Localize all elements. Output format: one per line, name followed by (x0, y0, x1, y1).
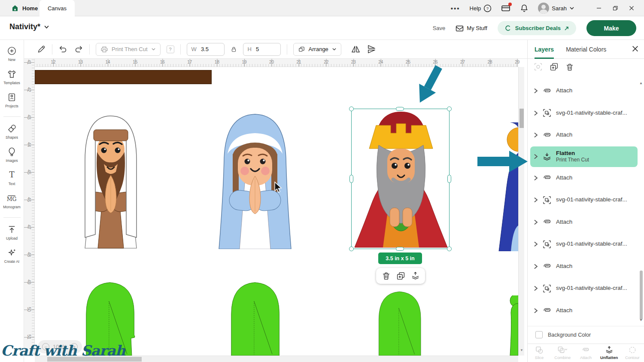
sidebar-item-monogram[interactable]: MG Monogram (3, 193, 21, 209)
figure-joseph[interactable] (76, 111, 145, 249)
tab-layers[interactable]: Layers (535, 40, 554, 59)
layer-row-group[interactable]: svg-01-nativity-stable-craf... (528, 233, 640, 256)
panel-scrollbar-thumb[interactable] (640, 271, 643, 320)
scroll-down-icon[interactable]: ▼ (520, 348, 523, 352)
layer-row-attach[interactable]: Attach (528, 256, 640, 278)
user-menu[interactable]: Sarah (538, 3, 574, 14)
layer-row-group[interactable]: svg-01-nativity-stable-craf... (528, 277, 640, 300)
layer-row-attach[interactable]: Attach (528, 80, 640, 102)
subscription-button[interactable] (501, 4, 510, 12)
chevron-right-icon[interactable] (534, 264, 538, 269)
project-name-menu[interactable]: Nativity* (9, 22, 49, 31)
selection-handle[interactable] (349, 246, 354, 251)
selection-bounding-box[interactable] (351, 109, 450, 249)
sidebar-item-projects[interactable]: Projects (5, 92, 18, 108)
layer-row-attach[interactable]: Attach (528, 300, 640, 322)
restore-button[interactable] (607, 0, 623, 16)
layer-row-attach[interactable]: Attach (528, 211, 640, 234)
scroll-down-icon[interactable]: ▼ (639, 318, 643, 322)
sidebar-item-text[interactable]: T Text (7, 170, 17, 186)
vertical-scrollbar[interactable]: ▼ (518, 67, 524, 356)
delete-button[interactable] (382, 271, 391, 280)
design-canvas[interactable]: 3.5 in x 5 in − 100% + (35, 67, 518, 356)
sidebar-item-create-ai[interactable]: Create AI (4, 248, 19, 264)
unflatten-button[interactable] (411, 271, 420, 280)
make-button[interactable]: Make (586, 20, 636, 36)
sidebar-item-upload[interactable]: Upload (6, 225, 18, 240)
undo-button[interactable] (58, 45, 68, 54)
layer-row-flatten[interactable]: FlattenPrint Then Cut (530, 146, 638, 167)
layer-row-group[interactable]: svg-01-nativity-stable-craf... (528, 189, 640, 211)
slice-icon (535, 346, 544, 354)
selection-handle[interactable] (349, 175, 353, 183)
layer-row-attach[interactable]: Attach (528, 124, 640, 146)
selection-handle[interactable] (447, 175, 451, 183)
tab-material-colors[interactable]: Material Colors (566, 40, 606, 59)
attach-button[interactable]: Attach (574, 346, 597, 360)
chevron-right-icon[interactable] (534, 110, 538, 116)
redo-button[interactable] (74, 45, 83, 54)
sidebar-item-new[interactable]: New (7, 46, 17, 62)
combine-button[interactable]: Combine (551, 346, 574, 360)
slice-button[interactable]: Slice (528, 346, 550, 360)
help-button[interactable]: Help ? (470, 4, 492, 12)
layer-row-attach[interactable]: Attach (528, 167, 640, 189)
figure-partial-blue-king[interactable] (498, 122, 518, 251)
chevron-right-icon[interactable] (534, 308, 538, 313)
selection-handle[interactable] (349, 106, 354, 111)
minimize-button[interactable] (591, 0, 607, 16)
tab-canvas[interactable]: Canvas (39, 0, 75, 17)
my-stuff-button[interactable]: My Stuff (456, 25, 487, 32)
flip-vertical-button[interactable] (367, 44, 377, 54)
chevron-right-icon[interactable] (534, 241, 538, 247)
duplicate-button[interactable] (396, 271, 405, 280)
more-menu-icon[interactable]: ••• (451, 5, 460, 12)
ruler-number: 49 (27, 279, 31, 286)
tab-home-label: Home (22, 5, 38, 12)
save-button[interactable]: Save (433, 25, 446, 31)
selection-handle[interactable] (396, 247, 404, 251)
panel-close-button[interactable] (632, 45, 639, 52)
vertical-scrollbar-thumb[interactable] (519, 109, 524, 128)
operation-help-badge[interactable]: ? (167, 46, 174, 53)
scroll-up-icon[interactable]: ▲ (639, 81, 643, 85)
sidebar-item-shapes[interactable]: Shapes (6, 124, 18, 140)
panel-scrollbar[interactable] (640, 81, 643, 323)
close-button[interactable] (623, 0, 640, 16)
flip-horizontal-button[interactable] (351, 44, 361, 54)
green-backing-shape-partial[interactable] (506, 295, 518, 356)
ruler-number: 43 (27, 114, 31, 121)
sidebar-item-templates[interactable]: Templates (3, 69, 20, 85)
chevron-right-icon[interactable] (534, 175, 538, 181)
height-field[interactable]: H 5 (243, 43, 281, 56)
lock-ratio-icon[interactable] (231, 46, 237, 53)
stable-roof-shape[interactable] (35, 70, 212, 84)
group-select-icon[interactable] (534, 62, 543, 71)
green-backing-shape[interactable] (370, 287, 430, 356)
edit-pencil-icon[interactable] (37, 45, 46, 54)
chevron-right-icon[interactable] (534, 132, 538, 138)
selection-handle[interactable] (447, 106, 452, 111)
delete-layer-button[interactable] (565, 63, 574, 71)
selection-handle[interactable] (396, 107, 404, 111)
unflatten-button[interactable]: Unflatten (598, 346, 620, 360)
contour-button[interactable]: Contour (621, 346, 644, 360)
notifications-button[interactable] (520, 4, 529, 12)
sidebar-item-images[interactable]: Images (6, 147, 18, 163)
chevron-right-icon[interactable] (534, 219, 538, 225)
chevron-right-icon[interactable] (534, 88, 538, 94)
chevron-right-icon[interactable] (534, 197, 538, 203)
background-color-checkbox[interactable] (535, 331, 543, 338)
duplicate-layer-button[interactable] (550, 62, 559, 71)
figure-mary[interactable] (214, 111, 296, 249)
chevron-right-icon[interactable] (534, 154, 538, 159)
width-field[interactable]: W 3.5 (187, 43, 225, 56)
chevron-right-icon[interactable] (534, 286, 538, 291)
arrange-dropdown[interactable]: Arrange (293, 43, 341, 56)
selection-handle[interactable] (447, 246, 452, 251)
layer-row-group[interactable]: svg-01-nativity-stable-craf... (528, 102, 640, 125)
green-backing-shape[interactable] (227, 277, 285, 356)
subscriber-deals-button[interactable]: Subscriber Deals (498, 21, 576, 35)
operation-type-dropdown[interactable]: Print Then Cut (96, 43, 161, 56)
tab-home[interactable]: Home (6, 0, 43, 16)
